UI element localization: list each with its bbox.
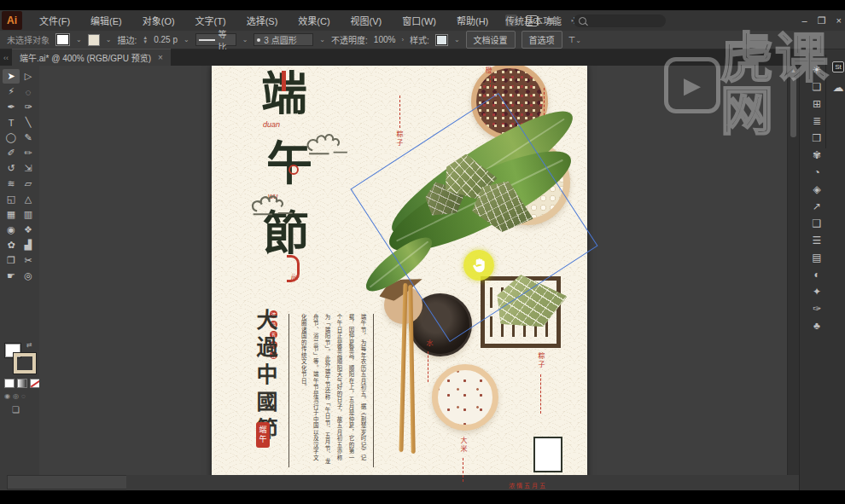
draw-normal-icon[interactable]: ◉	[4, 392, 10, 400]
rotate-tool[interactable]: ↺	[3, 161, 20, 176]
draw-inside-icon[interactable]: ◌	[21, 392, 26, 400]
app-logo[interactable]: Ai	[2, 11, 22, 30]
menu-item[interactable]: 文件(F)	[29, 10, 80, 31]
blend-tool[interactable]: ❖	[20, 223, 37, 237]
menu-item[interactable]: 窗口(W)	[392, 10, 446, 31]
width-tool[interactable]: ≋	[3, 177, 20, 191]
hand-tool[interactable]: ☛	[3, 269, 20, 283]
scrollbar-thumb[interactable]	[790, 78, 796, 137]
swap-fill-stroke-icon[interactable]: ⇄	[26, 341, 32, 349]
swatch-libraries-panel[interactable]: ♣	[807, 317, 827, 334]
paintbrush-tool[interactable]: ✎	[20, 130, 37, 145]
pathfinder-panel[interactable]: ❒	[807, 130, 827, 147]
zoom-tool[interactable]: ◎	[20, 269, 37, 283]
opacity-value[interactable]: 100%	[374, 35, 396, 44]
letterbox-bottom	[0, 490, 845, 504]
text-align-icon[interactable]: ⊤⌄	[568, 35, 581, 44]
gradient-panel[interactable]: ▤	[807, 249, 827, 266]
color-panel[interactable]: ✾	[807, 147, 827, 164]
stroke-color-swatch[interactable]	[14, 353, 36, 374]
perspective-grid-tool[interactable]: △	[20, 192, 37, 206]
column-graph-tool[interactable]: ▟	[20, 238, 37, 252]
mesh-tool[interactable]: ▦	[3, 207, 20, 222]
menu-item[interactable]: 效果(C)	[288, 10, 340, 31]
curvature-tool[interactable]: ✑	[20, 100, 37, 114]
stroke-panel[interactable]: ☰	[807, 232, 827, 249]
creative-cloud-icon[interactable]: ☁	[833, 81, 844, 94]
brush-select[interactable]: 3 点圆形	[253, 33, 313, 46]
stroke-label[interactable]: 描边:	[117, 33, 137, 46]
letterbox-top	[0, 0, 845, 10]
layers-panel[interactable]: ◈	[807, 181, 827, 198]
free-transform-tool[interactable]: ▱	[20, 177, 37, 191]
appearance-panel[interactable]: ☀	[807, 61, 827, 78]
menu-item[interactable]: 选择(S)	[236, 10, 288, 31]
collapse-panels-icon[interactable]: ‹‹	[3, 54, 9, 62]
lasso-tool[interactable]: ◌	[20, 84, 37, 99]
gradient-tool[interactable]: ▥	[20, 207, 37, 222]
status-bar-field[interactable]	[7, 475, 128, 490]
hand-cursor-icon	[472, 258, 486, 273]
stroke-stepper[interactable]: ▲▼	[143, 36, 148, 44]
stroke-swatch[interactable]	[88, 34, 100, 46]
opacity-label[interactable]: 不透明度:	[331, 33, 368, 46]
menu-item[interactable]: 视图(V)	[341, 10, 393, 31]
eyedropper-tool[interactable]: ◉	[3, 223, 20, 237]
color-guide-panel[interactable]: ◔	[807, 164, 827, 181]
workspace-switcher[interactable]: 传统基本功能	[505, 14, 562, 27]
direct-selection-tool[interactable]: ▷	[20, 69, 37, 84]
pen-tool[interactable]: ✒	[3, 100, 20, 114]
document-tab[interactable]: 端午.ai* @ 400% (RGB/GPU 预览) ×	[12, 49, 171, 66]
brushes-panel[interactable]: ✑	[807, 300, 827, 317]
close-button[interactable]: ×	[836, 15, 842, 26]
dock-right-column: St ☁	[830, 61, 845, 94]
title-red-accent-3	[287, 255, 300, 282]
search-input[interactable]	[574, 14, 666, 27]
gradient-button[interactable]	[17, 379, 27, 388]
symbols-panel[interactable]: ✦	[807, 283, 827, 300]
canvas-pasteboard[interactable]: 端 午 節 duan wu jie	[39, 66, 787, 490]
scale-tool[interactable]: ⇲	[20, 161, 37, 176]
menu-item[interactable]: 帮助(H)	[446, 10, 498, 31]
style-swatch[interactable]	[435, 34, 448, 46]
scroll-up-icon[interactable]: ▲	[788, 67, 799, 73]
document-setup-button[interactable]: 文档设置	[466, 31, 516, 49]
width-profile-select[interactable]: 等比	[195, 33, 236, 46]
fill-swatch[interactable]	[55, 33, 70, 46]
symbol-sprayer-tool[interactable]: ✿	[3, 238, 20, 252]
artboard-tool[interactable]: ❐	[3, 253, 20, 268]
color-button[interactable]	[4, 379, 15, 388]
stock-panel-icon[interactable]: St	[832, 61, 844, 72]
label-rice: 大米	[458, 437, 468, 454]
shaper-tool[interactable]: ✐	[3, 146, 20, 160]
preferences-button[interactable]: 首选项	[522, 31, 562, 49]
align-panel[interactable]: ≣	[807, 113, 827, 130]
minimize-button[interactable]: –	[802, 15, 807, 26]
artboards-panel[interactable]: ❑	[807, 215, 827, 232]
selection-tool[interactable]: ➤	[3, 69, 20, 84]
tab-close-icon[interactable]: ×	[158, 53, 163, 62]
pencil-tool[interactable]: ✏	[20, 146, 37, 160]
menu-item[interactable]: 编辑(E)	[80, 10, 132, 31]
app-window: Ai 文件(F)编辑(E)对象(O)文字(T)选择(S)效果(C)视图(V)窗口…	[0, 0, 845, 504]
shape-builder-tool[interactable]: ◱	[3, 192, 20, 206]
swatches-panel[interactable]: ⊞	[807, 96, 827, 113]
transparency-panel[interactable]: ◐	[807, 266, 827, 283]
fill-stroke-control[interactable]: ⇄	[4, 343, 35, 372]
stroke-weight-value[interactable]: 0.25 p	[154, 35, 178, 44]
vertical-scrollbar[interactable]: ▲ ▼	[787, 66, 799, 490]
ellipse-tool[interactable]: ◯	[3, 130, 20, 145]
screen-mode-icon[interactable]: ❏	[12, 405, 20, 414]
restore-button[interactable]: ❐	[818, 15, 826, 26]
draw-behind-icon[interactable]: ◎	[13, 392, 19, 400]
type-tool[interactable]: T	[3, 115, 20, 130]
magic-wand-tool[interactable]: ⚡	[3, 84, 20, 99]
menu-item[interactable]: 对象(O)	[132, 10, 185, 31]
artboard[interactable]: 端 午 節 duan wu jie	[212, 66, 587, 490]
slice-tool[interactable]: ✂	[20, 253, 37, 268]
pinyin-duan: duan	[263, 120, 280, 129]
export-panel[interactable]: ↗	[807, 198, 827, 215]
line-tool[interactable]: ╲	[20, 115, 37, 130]
cloud-motif-2	[248, 193, 304, 217]
libraries-panel[interactable]: ❏	[807, 78, 827, 96]
